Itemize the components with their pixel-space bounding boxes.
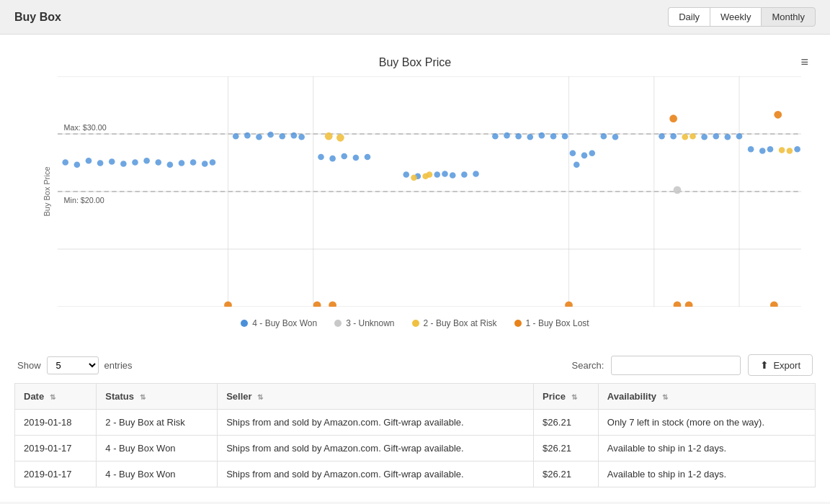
sort-icon-price: ⇅ (571, 393, 577, 401)
svg-point-64 (427, 171, 433, 178)
svg-point-85 (674, 302, 682, 307)
svg-point-57 (341, 153, 347, 160)
svg-point-38 (167, 161, 174, 168)
svg-point-78 (574, 161, 580, 168)
svg-point-33 (109, 158, 115, 165)
show-label: Show (17, 360, 41, 371)
y-axis-label: Buy Box Price (43, 166, 51, 216)
sort-icon-date: ⇅ (50, 393, 55, 401)
svg-point-51 (313, 302, 321, 307)
svg-point-98 (759, 148, 766, 154)
svg-point-35 (132, 159, 138, 166)
svg-point-92 (690, 133, 696, 140)
page-wrapper: Buy Box Daily Weekly Monthly Buy Box Pri… (0, 0, 830, 504)
col-availability[interactable]: Availability ⇅ (598, 384, 815, 410)
svg-point-65 (434, 171, 440, 178)
cell-availability: Available to ship in 1-2 days. (598, 462, 815, 487)
table-row: 2019-01-18 2 - Buy Box at Risk Ships fro… (15, 410, 816, 436)
svg-point-96 (736, 133, 743, 140)
chart-menu-icon[interactable]: ≡ (800, 55, 808, 70)
svg-point-88 (774, 111, 782, 119)
col-date[interactable]: Date ⇅ (15, 384, 97, 410)
legend-label-at-risk: 2 - Buy Box at Risk (424, 318, 497, 328)
svg-point-62 (411, 175, 417, 181)
cell-seller: Ships from and sold by Amazon.com. Gift-… (218, 462, 534, 487)
svg-point-36 (143, 158, 150, 164)
export-icon: ⬆ (760, 359, 769, 371)
search-input[interactable] (611, 356, 741, 375)
col-seller[interactable]: Seller ⇅ (218, 384, 534, 410)
svg-point-95 (725, 134, 731, 140)
table-row: 2019-01-17 4 - Buy Box Won Ships from an… (15, 436, 816, 462)
legend-label-lost: 1 - Buy Box Lost (526, 318, 589, 328)
svg-point-40 (190, 159, 197, 166)
cell-availability: Available to ship in 1-2 days. (598, 436, 815, 462)
sort-icon-availability: ⇅ (662, 393, 668, 401)
svg-point-79 (581, 153, 588, 159)
search-label: Search: (572, 360, 604, 371)
time-button-group: Daily Weekly Monthly (668, 7, 816, 27)
svg-point-69 (473, 171, 479, 177)
svg-point-84 (565, 302, 573, 307)
svg-point-42 (210, 159, 216, 166)
header-bar: Buy Box Daily Weekly Monthly (0, 0, 830, 35)
export-button[interactable]: ⬆ Export (748, 354, 813, 376)
cell-availability: Only 7 left in stock (more on the way). (598, 410, 815, 436)
export-label: Export (773, 360, 800, 371)
col-status[interactable]: Status ⇅ (97, 384, 218, 410)
svg-point-48 (291, 132, 298, 139)
cell-seller: Ships from and sold by Amazon.com. Gift-… (218, 436, 534, 462)
svg-point-82 (612, 134, 619, 140)
svg-point-87 (669, 114, 677, 122)
svg-point-74 (539, 132, 545, 139)
svg-point-29 (62, 159, 68, 166)
cell-date: 2019-01-17 (15, 436, 97, 462)
col-price[interactable]: Price ⇅ (534, 384, 599, 410)
svg-point-76 (562, 133, 568, 140)
daily-button[interactable]: Daily (668, 7, 710, 27)
svg-point-94 (713, 133, 719, 140)
svg-point-39 (179, 160, 185, 166)
svg-point-66 (442, 171, 448, 177)
svg-point-47 (279, 133, 285, 140)
cell-price: $26.21 (534, 462, 599, 487)
cell-status: 4 - Buy Box Won (97, 436, 218, 462)
chart-area: Buy Box Price Max: $30.0 (58, 76, 801, 307)
cell-price: $26.21 (534, 410, 599, 436)
cell-date: 2019-01-18 (15, 410, 97, 436)
svg-point-73 (527, 134, 533, 140)
data-table: Date ⇅ Status ⇅ Seller ⇅ Price ⇅ (14, 383, 816, 487)
svg-point-75 (550, 133, 557, 140)
svg-point-77 (570, 150, 576, 156)
svg-point-43 (233, 133, 239, 140)
monthly-button[interactable]: Monthly (761, 7, 816, 27)
table-body: 2019-01-18 2 - Buy Box at Risk Ships fro… (15, 410, 816, 487)
svg-point-59 (365, 154, 371, 161)
cell-price: $26.21 (534, 436, 599, 462)
entries-select[interactable]: 5 10 25 50 100 (47, 356, 99, 374)
svg-point-86 (685, 302, 693, 307)
chart-title: Buy Box Price (14, 56, 816, 69)
sort-icon-status: ⇅ (140, 393, 146, 401)
svg-point-102 (794, 146, 800, 153)
svg-text:Max: $30.00: Max: $30.00 (64, 123, 107, 132)
main-content: Buy Box Price ≡ Buy Box Price (0, 35, 830, 502)
svg-point-46 (267, 132, 274, 138)
svg-point-34 (120, 161, 127, 167)
svg-point-97 (748, 146, 754, 153)
svg-point-44 (244, 132, 251, 139)
svg-point-58 (353, 155, 360, 161)
legend-buy-box-lost: 1 - Buy Box Lost (514, 318, 589, 328)
svg-point-90 (670, 133, 677, 140)
svg-point-101 (787, 148, 793, 154)
svg-point-83 (674, 186, 682, 194)
cell-seller: Ships from and sold by Amazon.com. Gift-… (218, 410, 534, 436)
svg-point-91 (682, 134, 688, 140)
svg-point-30 (74, 161, 81, 168)
svg-point-89 (659, 133, 665, 140)
svg-point-80 (589, 150, 595, 156)
svg-point-37 (155, 159, 161, 166)
legend-dot-lost (514, 320, 522, 327)
weekly-button[interactable]: Weekly (710, 7, 761, 27)
svg-point-68 (461, 171, 468, 178)
